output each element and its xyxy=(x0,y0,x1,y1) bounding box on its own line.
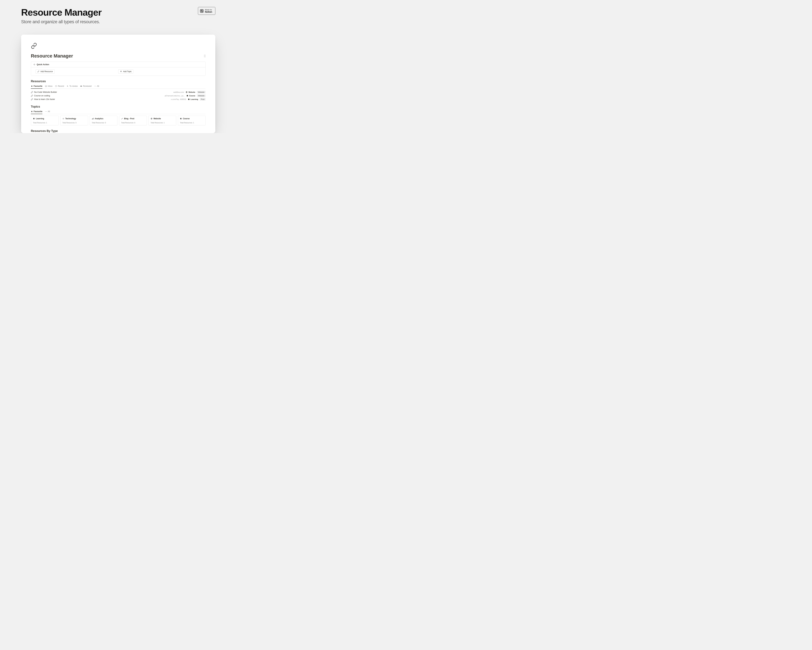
page-menu-icon[interactable] xyxy=(204,55,206,57)
tab-inbox[interactable]: Inbox xyxy=(45,84,52,89)
dots-icon xyxy=(94,85,96,87)
globe-icon xyxy=(186,91,188,93)
tab-inbox-label: Inbox xyxy=(48,85,52,87)
resource-url: webflow.com/ xyxy=(173,91,184,93)
stack-icon xyxy=(120,70,122,72)
resource-topic-label: Website xyxy=(188,91,195,93)
book-icon xyxy=(180,118,182,119)
resources-list: No-Code Website Builder webflow.com/ Web… xyxy=(31,90,206,101)
resource-topic-label: Learning xyxy=(191,98,198,100)
resource-title: No-Code Website Builder xyxy=(34,91,57,93)
topic-card-count: Total Resources: 0 xyxy=(63,122,86,124)
hero-subtitle: Store and organize all types of resource… xyxy=(21,19,100,24)
resource-tag: Website xyxy=(197,91,206,93)
book-icon xyxy=(186,95,188,97)
book-icon xyxy=(188,98,190,100)
tab-to-review[interactable]: To review xyxy=(67,84,78,89)
add-resource-label: Add Resource xyxy=(40,70,53,73)
resource-topic: Website xyxy=(186,91,195,93)
resource-topic: Learning xyxy=(188,98,198,100)
resource-row[interactable]: How to learn 10x faster x.com/Tay...6095… xyxy=(31,98,206,101)
resource-url: x.com/Tay...609532 xyxy=(171,98,186,100)
tab-all-label: All xyxy=(97,85,99,87)
topic-card-blog-post[interactable]: Blog - Post Total Resources: 0 xyxy=(119,116,147,125)
badge-notion-label: Notion xyxy=(205,11,212,13)
link-icon xyxy=(31,98,33,101)
hero-title: Resource Manager xyxy=(21,7,102,18)
link-icon xyxy=(37,70,39,72)
topic-card-analytics[interactable]: Analytics Total Resources: 0 xyxy=(90,116,118,125)
topics-heading: Topics xyxy=(31,105,206,109)
resources-by-type-heading: Resources By Type xyxy=(31,129,206,133)
pen-icon xyxy=(121,118,123,119)
topic-card-name: Website xyxy=(153,118,161,120)
resource-topic-label: Course xyxy=(189,95,195,97)
cursor-icon xyxy=(33,64,35,66)
tab-to-review-label: To review xyxy=(69,85,78,87)
resource-tag: Website xyxy=(197,95,206,97)
topic-card-count: Total Resources: 1 xyxy=(33,122,56,124)
add-resource-button[interactable]: Add Resource xyxy=(35,69,55,73)
resource-row[interactable]: Course on coding pll.harvard.edu/cou...p… xyxy=(31,94,206,98)
resources-heading: Resources xyxy=(31,80,206,83)
book-icon xyxy=(33,118,35,119)
tab-all[interactable]: All xyxy=(94,84,99,89)
topic-card-technology[interactable]: Technology Total Resources: 0 xyxy=(60,116,88,125)
topic-card-count: Total Resources: 1 xyxy=(180,122,203,124)
badge-madefor-label: Made for xyxy=(205,9,212,11)
tab-topics-all[interactable]: All xyxy=(45,109,50,114)
made-for-notion-badge: Made for Notion xyxy=(198,7,215,15)
topic-card-learning[interactable]: Learning Total Resources: 1 xyxy=(31,116,59,125)
tab-recent-label: Recent xyxy=(58,85,64,87)
cloud-icon xyxy=(80,85,82,87)
globe-icon xyxy=(151,118,153,119)
resource-url: pll.harvard.edu/cou...py... xyxy=(165,95,185,97)
topic-card-count: Total Resources: 0 xyxy=(121,122,145,124)
topic-card-name: Learning xyxy=(36,118,44,120)
link-icon xyxy=(31,91,33,93)
quick-action-heading: Quick Action xyxy=(37,63,49,66)
tab-favourite[interactable]: Favourite xyxy=(31,84,43,89)
notion-logo-icon xyxy=(200,9,204,13)
resource-topic: Course xyxy=(186,95,195,97)
link-icon xyxy=(31,95,33,97)
chart-icon xyxy=(92,118,94,119)
star-icon xyxy=(31,110,33,112)
tab-topics-favourite[interactable]: Favourite xyxy=(31,109,43,114)
resource-title: How to learn 10x faster xyxy=(34,98,55,101)
resource-row[interactable]: No-Code Website Builder webflow.com/ Web… xyxy=(31,90,206,94)
topic-card-name: Analytics xyxy=(95,118,103,120)
tab-recent[interactable]: Recent xyxy=(55,84,64,89)
tab-topics-favourite-label: Favourite xyxy=(34,110,43,113)
topic-card-website[interactable]: Website Total Resources: 1 xyxy=(148,116,176,125)
page-link-icon xyxy=(31,43,37,50)
resources-tabs: Favourite Inbox Recent To review Reviewe… xyxy=(31,84,206,89)
topic-card-count: Total Resources: 0 xyxy=(92,122,115,124)
page-title: Resource Manager xyxy=(31,53,73,59)
topic-card-count: Total Resources: 1 xyxy=(151,122,174,124)
topics-grid: Learning Total Resources: 1 Technology T… xyxy=(31,116,206,125)
resource-tag: Post xyxy=(200,98,206,101)
share-icon xyxy=(67,85,69,87)
resource-title: Course on coding xyxy=(34,95,50,97)
clock-icon xyxy=(55,85,57,87)
topics-tabs: Favourite All xyxy=(31,109,206,114)
add-topic-button[interactable]: Add Topic xyxy=(118,69,133,73)
tab-topics-all-label: All xyxy=(48,110,50,113)
quick-action-panel: Quick Action Add Resource Add Topic xyxy=(31,61,206,76)
add-topic-label: Add Topic xyxy=(123,70,131,73)
topic-card-name: Technology xyxy=(65,118,76,120)
app-window: Resource Manager Quick Action Add Resour… xyxy=(21,35,215,133)
tab-favourite-label: Favourite xyxy=(34,85,43,87)
dots-icon xyxy=(45,110,47,112)
inbox-icon xyxy=(45,85,47,87)
tab-reviewed-label: Reviewed xyxy=(83,85,92,87)
tab-reviewed[interactable]: Reviewed xyxy=(80,84,92,89)
topic-card-name: Blog - Post xyxy=(124,118,134,120)
topic-card-course[interactable]: Course Total Resources: 1 xyxy=(178,116,206,125)
topic-card-name: Course xyxy=(183,118,189,120)
star-icon xyxy=(31,85,33,87)
gear-icon xyxy=(63,118,64,119)
